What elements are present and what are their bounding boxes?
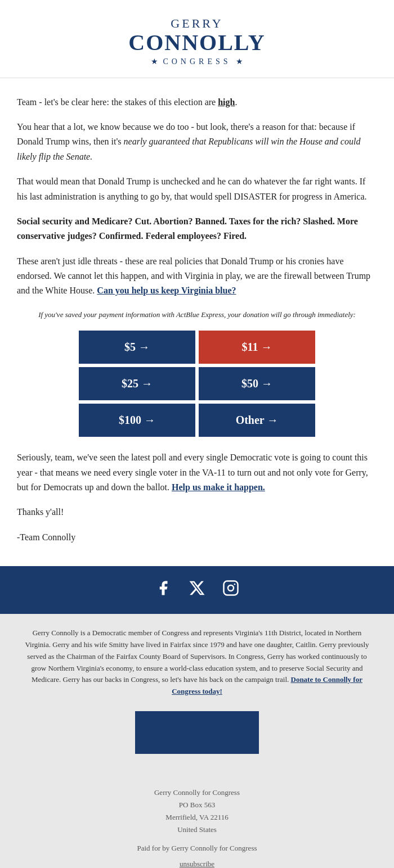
- footer-paid: Paid for by Gerry Connolly for Congress: [0, 839, 394, 855]
- logo-star-right: ★: [236, 57, 243, 66]
- main-content: Team - let's be clear here: the stakes o…: [0, 78, 394, 567]
- bio-text: Gerry Connolly is a Democratic member of…: [23, 627, 371, 698]
- donate-25-button[interactable]: $25 →: [79, 367, 195, 400]
- footer-bio: Gerry Connolly is a Democratic member of…: [0, 614, 394, 781]
- x-twitter-icon[interactable]: [189, 580, 205, 600]
- para1-bold: high: [218, 97, 235, 107]
- address-line1: Gerry Connolly for Congress: [11, 786, 383, 799]
- donate-5-button[interactable]: $5 →: [79, 331, 195, 364]
- para1-end: .: [235, 97, 237, 107]
- address-line4: United States: [11, 824, 383, 836]
- donate-other-button[interactable]: Other →: [199, 404, 315, 437]
- donate-100-button[interactable]: $100 →: [79, 404, 195, 437]
- paragraph-3: That would mean that Donald Trump is unc…: [17, 174, 377, 204]
- paragraph-6: Seriously, team, we've seen the latest p…: [17, 450, 377, 495]
- paragraph-2: You hear that a lot, we know because we …: [17, 120, 377, 164]
- logo-star: ★: [151, 57, 158, 66]
- address-line2: PO Box 563: [11, 799, 383, 811]
- svg-point-2: [234, 584, 236, 585]
- paragraph-1: Team - let's be clear here: the stakes o…: [17, 95, 377, 110]
- header: GERRY CONNOLLY ★ CONGRESS ★: [0, 0, 394, 78]
- logo-congress: CONGRESS: [163, 57, 231, 66]
- paragraph-5: These aren't just idle threats - these a…: [17, 254, 377, 299]
- donate-large-button[interactable]: DONATE: [135, 711, 259, 754]
- svg-rect-0: [224, 581, 238, 595]
- unsubscribe-link[interactable]: unsubscribe: [180, 860, 214, 868]
- make-it-happen-link[interactable]: Help us make it happen.: [172, 482, 265, 492]
- instagram-icon[interactable]: [222, 580, 239, 600]
- footer-social: [0, 566, 394, 614]
- donation-grid: $5 → $11 → $25 → $50 → $100 → Other →: [79, 331, 315, 437]
- donate-11-button[interactable]: $11 →: [199, 331, 315, 364]
- logo-gerry: GERRY: [11, 17, 383, 30]
- footer-address: Gerry Connolly for Congress PO Box 563 M…: [0, 781, 394, 839]
- paragraph-4: Social security and Medicare? Cut. Abort…: [17, 214, 377, 244]
- logo-congress-line: ★ CONGRESS ★: [11, 57, 383, 66]
- thanks: Thanks y'all!: [17, 505, 377, 519]
- social-icons: [11, 580, 383, 600]
- logo: GERRY CONNOLLY ★ CONGRESS ★: [11, 17, 383, 66]
- facebook-icon[interactable]: [155, 580, 172, 600]
- paid-for: Paid for by Gerry Connolly for Congress: [137, 844, 257, 852]
- logo-connolly: CONNOLLY: [11, 30, 383, 55]
- footer-unsub: unsubscribe: [0, 855, 394, 868]
- email-wrapper: GERRY CONNOLLY ★ CONGRESS ★ Team - let's…: [0, 0, 394, 868]
- virginia-blue-link[interactable]: Can you help us keep Virginia blue?: [97, 286, 236, 295]
- svg-point-1: [228, 585, 234, 591]
- donate-50-button[interactable]: $50 →: [199, 367, 315, 400]
- para1-text: Team - let's be clear here: the stakes o…: [17, 97, 218, 107]
- actblue-note: If you've saved your payment information…: [17, 309, 377, 320]
- address-line3: Merrifield, VA 22116: [11, 811, 383, 824]
- sign-off: -Team Connolly: [17, 530, 377, 545]
